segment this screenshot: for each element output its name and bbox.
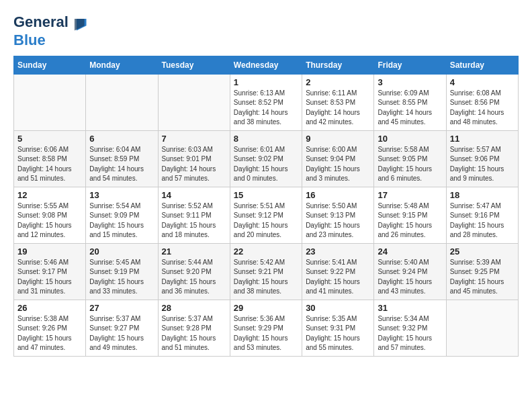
day-number: 1 (234, 77, 298, 87)
calendar-week-3: 12Sunrise: 5:55 AM Sunset: 9:08 PM Dayli… (14, 187, 519, 243)
page-header: General Blue (13, 13, 519, 49)
calendar-cell (14, 74, 86, 130)
day-info: Sunrise: 6:09 AM Sunset: 8:55 PM Dayligh… (378, 89, 442, 128)
calendar-cell: 24Sunrise: 5:40 AM Sunset: 9:24 PM Dayli… (374, 243, 446, 300)
day-info: Sunrise: 6:13 AM Sunset: 8:52 PM Dayligh… (234, 89, 298, 128)
calendar-cell (158, 74, 230, 130)
calendar-cell: 28Sunrise: 5:37 AM Sunset: 9:28 PM Dayli… (158, 300, 230, 356)
day-number: 15 (234, 190, 298, 200)
day-number: 8 (234, 134, 298, 144)
calendar-week-5: 26Sunrise: 5:38 AM Sunset: 9:26 PM Dayli… (14, 300, 519, 356)
logo: General Blue (13, 13, 87, 49)
calendar-cell: 18Sunrise: 5:47 AM Sunset: 9:16 PM Dayli… (446, 187, 518, 243)
calendar-cell: 11Sunrise: 5:57 AM Sunset: 9:06 PM Dayli… (446, 130, 518, 187)
day-info: Sunrise: 6:06 AM Sunset: 8:58 PM Dayligh… (17, 145, 82, 184)
day-number: 20 (89, 246, 154, 257)
logo-icon (73, 17, 87, 32)
day-number: 14 (162, 190, 226, 200)
day-number: 6 (89, 134, 154, 144)
day-info: Sunrise: 5:41 AM Sunset: 9:22 PM Dayligh… (306, 258, 370, 297)
day-number: 17 (378, 190, 442, 200)
calendar-cell: 16Sunrise: 5:50 AM Sunset: 9:13 PM Dayli… (302, 187, 374, 243)
day-info: Sunrise: 5:58 AM Sunset: 9:05 PM Dayligh… (378, 145, 442, 184)
day-info: Sunrise: 5:42 AM Sunset: 9:21 PM Dayligh… (234, 258, 298, 297)
calendar-cell: 5Sunrise: 6:06 AM Sunset: 8:58 PM Daylig… (14, 130, 86, 187)
day-number: 16 (306, 190, 370, 200)
col-header-wednesday: Wednesday (230, 56, 302, 74)
day-number: 28 (162, 303, 226, 313)
calendar-cell: 30Sunrise: 5:35 AM Sunset: 9:31 PM Dayli… (302, 300, 374, 356)
calendar-cell: 7Sunrise: 6:03 AM Sunset: 9:01 PM Daylig… (158, 130, 230, 187)
day-info: Sunrise: 6:00 AM Sunset: 9:04 PM Dayligh… (306, 145, 370, 184)
day-info: Sunrise: 5:37 AM Sunset: 9:27 PM Dayligh… (89, 314, 154, 353)
day-number: 12 (17, 190, 82, 200)
day-number: 10 (378, 134, 442, 144)
day-info: Sunrise: 5:34 AM Sunset: 9:32 PM Dayligh… (378, 314, 442, 353)
calendar-cell: 21Sunrise: 5:44 AM Sunset: 9:20 PM Dayli… (158, 243, 230, 300)
day-info: Sunrise: 6:01 AM Sunset: 9:02 PM Dayligh… (234, 145, 298, 184)
day-number: 19 (17, 246, 82, 257)
day-info: Sunrise: 5:38 AM Sunset: 9:26 PM Dayligh… (17, 314, 82, 353)
day-info: Sunrise: 5:48 AM Sunset: 9:15 PM Dayligh… (378, 201, 442, 240)
day-number: 24 (378, 246, 442, 257)
day-number: 9 (306, 134, 370, 144)
day-info: Sunrise: 5:51 AM Sunset: 9:12 PM Dayligh… (234, 201, 298, 240)
calendar-header-row: SundayMondayTuesdayWednesdayThursdayFrid… (14, 56, 519, 74)
day-number: 18 (450, 190, 515, 200)
day-number: 2 (306, 77, 370, 87)
day-number: 30 (306, 303, 370, 313)
col-header-saturday: Saturday (446, 56, 518, 74)
day-number: 5 (17, 134, 82, 144)
calendar-cell: 19Sunrise: 5:46 AM Sunset: 9:17 PM Dayli… (14, 243, 86, 300)
calendar-cell: 14Sunrise: 5:52 AM Sunset: 9:11 PM Dayli… (158, 187, 230, 243)
calendar-cell: 25Sunrise: 5:39 AM Sunset: 9:25 PM Dayli… (446, 243, 518, 300)
day-info: Sunrise: 5:50 AM Sunset: 9:13 PM Dayligh… (306, 201, 370, 240)
col-header-thursday: Thursday (302, 56, 374, 74)
calendar-cell: 4Sunrise: 6:08 AM Sunset: 8:56 PM Daylig… (446, 74, 518, 130)
calendar-cell: 10Sunrise: 5:58 AM Sunset: 9:05 PM Dayli… (374, 130, 446, 187)
day-info: Sunrise: 5:45 AM Sunset: 9:19 PM Dayligh… (89, 258, 154, 297)
calendar-cell: 20Sunrise: 5:45 AM Sunset: 9:19 PM Dayli… (86, 243, 158, 300)
col-header-sunday: Sunday (14, 56, 86, 74)
calendar-cell: 22Sunrise: 5:42 AM Sunset: 9:21 PM Dayli… (230, 243, 302, 300)
calendar-cell: 17Sunrise: 5:48 AM Sunset: 9:15 PM Dayli… (374, 187, 446, 243)
calendar-cell: 23Sunrise: 5:41 AM Sunset: 9:22 PM Dayli… (302, 243, 374, 300)
day-info: Sunrise: 5:39 AM Sunset: 9:25 PM Dayligh… (450, 258, 515, 297)
day-info: Sunrise: 5:52 AM Sunset: 9:11 PM Dayligh… (162, 201, 226, 240)
calendar-cell: 6Sunrise: 6:04 AM Sunset: 8:59 PM Daylig… (86, 130, 158, 187)
logo-text-block: General Blue (13, 13, 87, 49)
day-number: 13 (89, 190, 154, 200)
day-info: Sunrise: 5:37 AM Sunset: 9:28 PM Dayligh… (162, 314, 226, 353)
day-number: 4 (450, 77, 515, 87)
calendar-cell: 26Sunrise: 5:38 AM Sunset: 9:26 PM Dayli… (14, 300, 86, 356)
calendar-cell: 15Sunrise: 5:51 AM Sunset: 9:12 PM Dayli… (230, 187, 302, 243)
day-number: 23 (306, 246, 370, 257)
calendar-cell (86, 74, 158, 130)
calendar-cell (446, 300, 518, 356)
calendar-cell: 13Sunrise: 5:54 AM Sunset: 9:09 PM Dayli… (86, 187, 158, 243)
calendar-week-1: 1Sunrise: 6:13 AM Sunset: 8:52 PM Daylig… (14, 74, 519, 130)
day-info: Sunrise: 5:55 AM Sunset: 9:08 PM Dayligh… (17, 201, 82, 240)
day-info: Sunrise: 6:03 AM Sunset: 9:01 PM Dayligh… (162, 145, 226, 184)
calendar-cell: 3Sunrise: 6:09 AM Sunset: 8:55 PM Daylig… (374, 74, 446, 130)
day-number: 11 (450, 134, 515, 144)
day-info: Sunrise: 5:57 AM Sunset: 9:06 PM Dayligh… (450, 145, 515, 184)
day-number: 22 (234, 246, 298, 257)
day-info: Sunrise: 6:11 AM Sunset: 8:53 PM Dayligh… (306, 89, 370, 128)
logo-general: General (13, 13, 69, 30)
calendar-cell: 2Sunrise: 6:11 AM Sunset: 8:53 PM Daylig… (302, 74, 374, 130)
day-number: 7 (162, 134, 226, 144)
calendar-week-2: 5Sunrise: 6:06 AM Sunset: 8:58 PM Daylig… (14, 130, 519, 187)
calendar-cell: 31Sunrise: 5:34 AM Sunset: 9:32 PM Dayli… (374, 300, 446, 356)
calendar-cell: 29Sunrise: 5:36 AM Sunset: 9:29 PM Dayli… (230, 300, 302, 356)
day-number: 31 (378, 303, 442, 313)
day-info: Sunrise: 5:40 AM Sunset: 9:24 PM Dayligh… (378, 258, 442, 297)
logo-container: General Blue (13, 13, 87, 49)
day-number: 27 (89, 303, 154, 313)
day-info: Sunrise: 5:35 AM Sunset: 9:31 PM Dayligh… (306, 314, 370, 353)
day-number: 21 (162, 246, 226, 257)
calendar-week-4: 19Sunrise: 5:46 AM Sunset: 9:17 PM Dayli… (14, 243, 519, 300)
calendar-cell: 9Sunrise: 6:00 AM Sunset: 9:04 PM Daylig… (302, 130, 374, 187)
day-number: 3 (378, 77, 442, 87)
day-info: Sunrise: 5:54 AM Sunset: 9:09 PM Dayligh… (89, 201, 154, 240)
